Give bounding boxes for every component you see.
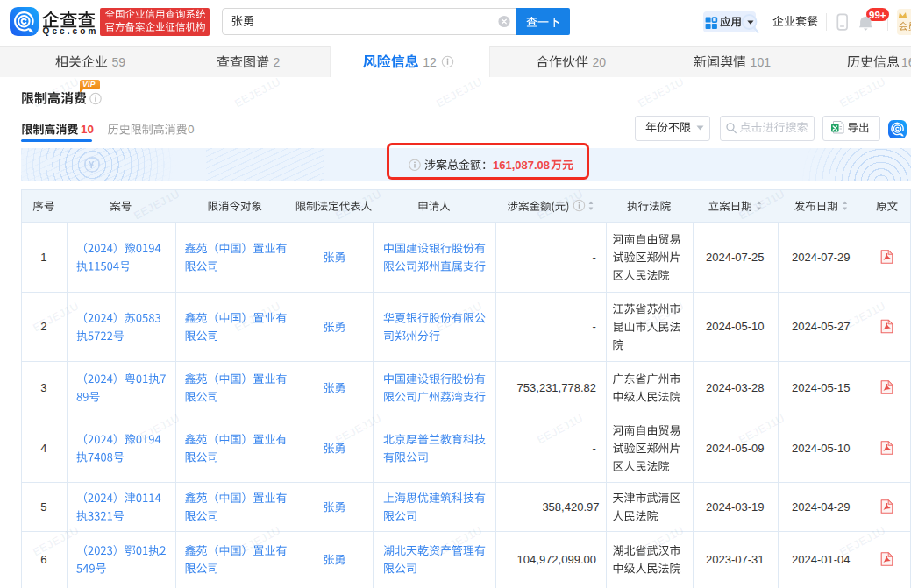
svg-text:99+: 99+ bbox=[869, 10, 886, 20]
